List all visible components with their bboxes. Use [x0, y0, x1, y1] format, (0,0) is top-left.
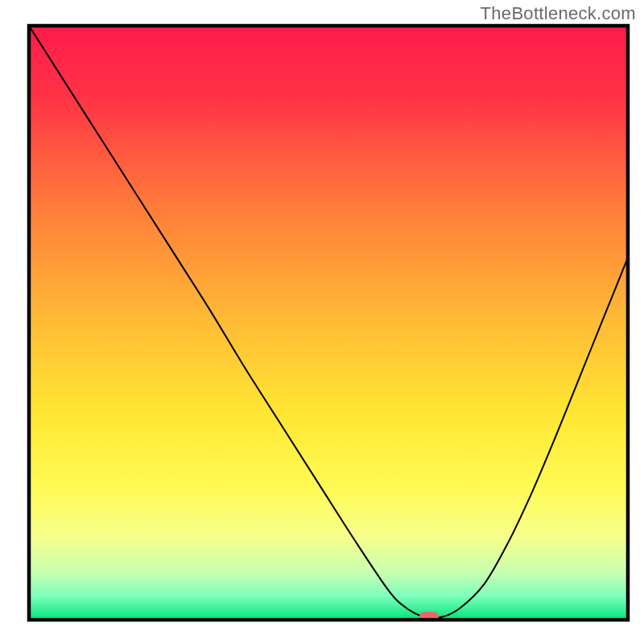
plot-gradient: [29, 26, 628, 620]
chart-svg: [0, 0, 644, 644]
watermark-text: TheBottleneck.com: [481, 3, 636, 24]
